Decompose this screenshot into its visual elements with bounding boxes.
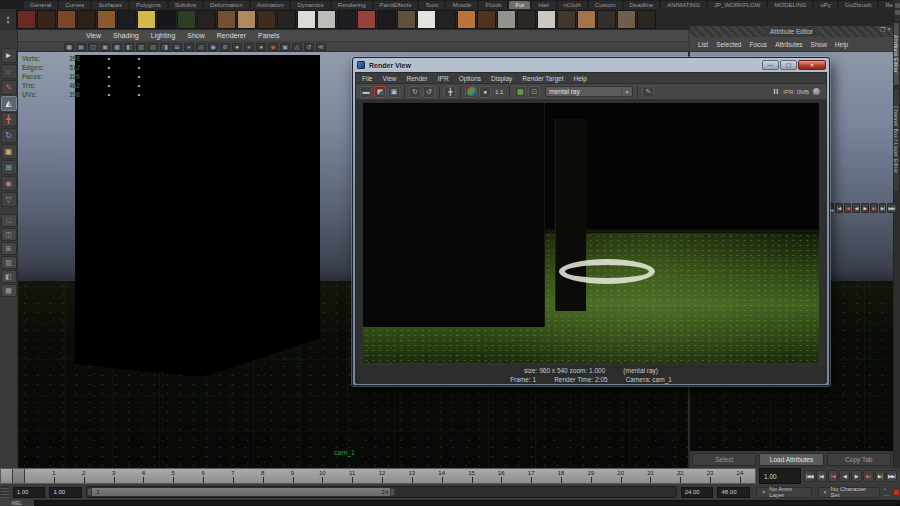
snapshot-cam-icon[interactable]: ⊡	[528, 86, 540, 98]
alpha-channel-icon[interactable]: ●	[479, 86, 491, 98]
one-to-one-icon[interactable]: 1:1	[493, 89, 505, 95]
rendered-image[interactable]	[363, 103, 819, 363]
anim-layer-dropdown[interactable]: ▼ No Anim Layer	[756, 487, 811, 498]
time-slider[interactable]: 1 2 3 4 5 6 7	[0, 468, 756, 484]
fur-preset-swatch[interactable]	[417, 10, 436, 29]
frame-cell[interactable]: 16	[486, 469, 516, 483]
playback-button[interactable]: ▶|	[875, 470, 886, 482]
fur-preset-swatch[interactable]	[197, 10, 216, 29]
frame-cell[interactable]: 6	[188, 469, 218, 483]
range-slider[interactable]: 1 24	[86, 486, 676, 498]
side-tab-channel-box[interactable]: Channel Box / Layer Editor	[893, 88, 900, 192]
shelf-tab[interactable]: Hair	[532, 1, 555, 9]
playback-button[interactable]: |◀	[816, 470, 827, 482]
fur-preset-swatch[interactable]	[177, 10, 196, 29]
tool-icon[interactable]: ▽	[1, 192, 17, 207]
tool-icon[interactable]: ↻	[1, 128, 17, 143]
shelf-tab[interactable]: General	[24, 1, 57, 9]
ae-menu-item[interactable]: Show	[811, 41, 827, 48]
fur-preset-swatch[interactable]	[77, 10, 96, 29]
playback-button[interactable]: |◀	[828, 470, 839, 482]
panel-toolbar-icon[interactable]: ◧	[124, 43, 134, 51]
frame-cell[interactable]: 13	[397, 469, 427, 483]
fur-preset-swatch[interactable]	[257, 10, 276, 29]
current-frame-indicator[interactable]	[12, 469, 25, 483]
range-handle-right[interactable]	[390, 488, 395, 496]
fur-preset-swatch[interactable]	[577, 10, 596, 29]
frame-cell[interactable]: 2	[69, 469, 99, 483]
frame-cell[interactable]: 10	[307, 469, 337, 483]
frame-cell[interactable]: 11	[337, 469, 367, 483]
panel-toolbar-icon[interactable]: ◨	[160, 43, 170, 51]
playback-button[interactable]: |◀◀	[804, 470, 815, 482]
ae-menu-item[interactable]: Help	[835, 41, 848, 48]
ae-frame-control-button[interactable]: |◀	[835, 203, 843, 213]
tool-icon[interactable]: ◌	[1, 64, 17, 79]
frame-cell[interactable]: 18	[546, 469, 576, 483]
close-button[interactable]: ×	[798, 60, 826, 70]
fur-preset-swatch[interactable]	[317, 10, 336, 29]
tool-icon[interactable]: ◭	[1, 96, 17, 111]
dock-icon[interactable]	[895, 10, 900, 15]
frame-cell[interactable]: 7	[218, 469, 248, 483]
renderer-dropdown[interactable]: mental ray ▼	[545, 86, 633, 97]
ae-frame-control-button[interactable]: ▶|	[879, 203, 887, 213]
panel-toolbar-icon[interactable]: ▣	[280, 43, 290, 51]
shelf-tab[interactable]: Toon	[419, 1, 444, 9]
ae-menu-item[interactable]: Attributes	[775, 41, 802, 48]
render-view-titlebar[interactable]: Render View — ▢ ×	[353, 58, 829, 72]
fur-preset-swatch[interactable]	[277, 10, 296, 29]
rv-menu-item[interactable]: View	[382, 75, 396, 82]
playback-end-field[interactable]: 24.00	[681, 487, 714, 498]
panel-menu-item[interactable]: Shading	[113, 32, 139, 39]
shelf-tab[interactable]: Custom	[589, 1, 622, 9]
panel-toolbar-icon[interactable]: ↺	[304, 43, 314, 51]
frame-cell[interactable]: 9	[278, 469, 308, 483]
ae-menu-item[interactable]: Selected	[716, 41, 741, 48]
layout-shortcut-button[interactable]: □	[1, 214, 17, 227]
fur-preset-swatch[interactable]	[537, 10, 556, 29]
frame-cell[interactable]: 4	[128, 469, 158, 483]
fur-preset-swatch[interactable]	[617, 10, 636, 29]
layout-shortcut-button[interactable]: ⊞	[1, 242, 17, 255]
shelf-tab[interactable]: MODELING	[768, 1, 812, 9]
ae-restore-icon[interactable]: ❐	[880, 26, 885, 33]
rv-menu-item[interactable]: Render	[406, 75, 427, 82]
panel-toolbar-icon[interactable]: ●	[232, 43, 242, 51]
frame-cell[interactable]: 17	[516, 469, 546, 483]
panel-toolbar-icon[interactable]: ▤	[76, 43, 86, 51]
fur-preset-swatch[interactable]	[17, 10, 36, 29]
shelf-tab[interactable]: Subdivs	[169, 1, 202, 9]
panel-toolbar-icon[interactable]: ▧	[148, 43, 158, 51]
pan-zoom-icon[interactable]: ╋	[444, 86, 456, 98]
playback-button[interactable]: ◀	[839, 470, 850, 482]
panel-toolbar-icon[interactable]: ◉	[208, 43, 218, 51]
shelf-tab[interactable]: ANIMATING	[661, 1, 706, 9]
ae-frame-control-button[interactable]: ▶	[861, 203, 869, 213]
panel-toolbar-icon[interactable]: ◆	[268, 43, 278, 51]
panel-menu-item[interactable]: Renderer	[217, 32, 246, 39]
frame-cell[interactable]: 15	[457, 469, 487, 483]
shelf-tab[interactable]: Animation	[251, 1, 290, 9]
frame-cell[interactable]: 5	[158, 469, 188, 483]
shelf-tab[interactable]: nCloth	[558, 1, 587, 9]
rv-menu-item[interactable]: IPR	[438, 75, 449, 82]
panel-toolbar-icon[interactable]: ◎	[196, 43, 206, 51]
ae-menu-item[interactable]: Focus	[749, 41, 767, 48]
ipr-render-icon[interactable]: ◩	[374, 86, 386, 98]
frame-cell[interactable]: 23	[695, 469, 725, 483]
paint-effects-icon[interactable]: ✎	[642, 86, 654, 98]
shelf-tab[interactable]: Fur	[509, 1, 530, 9]
render-icon[interactable]: ▬	[360, 86, 372, 98]
tool-icon[interactable]: ⊞	[1, 160, 17, 175]
panel-toolbar-icon[interactable]: ●	[184, 43, 194, 51]
fur-preset-swatch[interactable]	[237, 10, 256, 29]
fur-preset-swatch[interactable]	[377, 10, 396, 29]
tool-icon[interactable]: ▣	[1, 144, 17, 159]
panel-toolbar-icon[interactable]: ⊞	[172, 43, 182, 51]
fur-preset-swatch[interactable]	[217, 10, 236, 29]
shelf-tab[interactable]: Deformation	[204, 1, 249, 9]
tool-icon[interactable]: ►	[1, 48, 17, 63]
fur-preset-swatch[interactable]	[437, 10, 456, 29]
panel-toolbar-icon[interactable]: ▦	[64, 43, 74, 51]
